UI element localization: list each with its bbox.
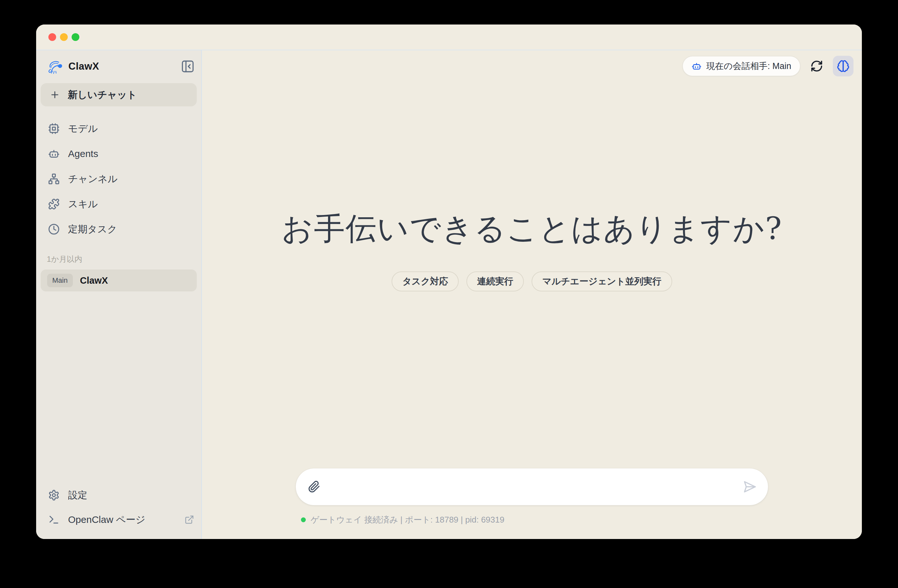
sidebar-item-agents[interactable]: Agents	[36, 141, 201, 166]
panel-left-close-icon[interactable]	[179, 58, 196, 75]
main-toolbar: 現在の会話相手: Main	[202, 50, 862, 77]
sidebar-item-scheduled-tasks[interactable]: 定期タスク	[36, 216, 201, 242]
refresh-button[interactable]	[809, 58, 824, 74]
sidebar-item-label: 定期タスク	[68, 223, 117, 236]
brain-button[interactable]	[833, 56, 853, 77]
new-chat-label: 新しいチャット	[68, 88, 137, 101]
current-conversation-label: 現在の会話相手: Main	[706, 60, 791, 72]
chat-title: ClawX	[80, 275, 108, 286]
sidebar-item-skills[interactable]: スキル	[36, 192, 201, 216]
status-bar: ゲートウェイ 接続済み | ポート: 18789 | pid: 69319	[296, 514, 768, 525]
plus-icon	[50, 90, 60, 100]
sidebar-item-label: スキル	[68, 198, 98, 211]
send-button[interactable]	[742, 479, 757, 494]
titlebar	[36, 25, 862, 50]
chat-badge: Main	[47, 274, 73, 287]
terminal-icon	[48, 514, 60, 525]
greeting-heading: お手伝いできることはありますか?	[281, 208, 783, 250]
suggestion-chips: タスク対応 連続実行 マルチエージェント並列実行	[392, 272, 672, 292]
sidebar-nav: モデル Agents チャンネル	[36, 116, 201, 242]
puzzle-icon	[48, 198, 60, 210]
traffic-lights	[48, 33, 79, 41]
refresh-icon	[810, 60, 823, 72]
zoom-button[interactable]	[72, 33, 79, 41]
attach-button[interactable]	[308, 480, 321, 494]
status-text: ゲートウェイ 接続済み | ポート: 18789 | pid: 69319	[311, 514, 504, 525]
sidebar-footer: 設定 OpenClaw ページ	[36, 483, 201, 539]
app-title: ClawX	[68, 61, 99, 72]
sidebar-item-models[interactable]: モデル	[36, 116, 201, 141]
bot-icon	[48, 148, 60, 160]
sidebar-item-label: Agents	[68, 148, 98, 159]
chat-history-item[interactable]: Main ClawX	[41, 270, 197, 292]
new-chat-button[interactable]: 新しいチャット	[41, 83, 197, 106]
suggestion-chip-multiagent[interactable]: マルチエージェント並列実行	[532, 272, 672, 292]
external-link-icon	[185, 515, 194, 525]
brain-icon	[837, 60, 850, 72]
current-conversation-pill[interactable]: 現在の会話相手: Main	[682, 56, 801, 77]
lobster-logo-icon	[47, 59, 64, 74]
sidebar-item-label: モデル	[68, 122, 98, 135]
history-section-label: 1か月以内	[47, 254, 201, 264]
sidebar-item-label: チャンネル	[68, 172, 118, 186]
sidebar: ClawX 新しいチャット モデル	[36, 50, 202, 539]
send-icon	[743, 480, 757, 494]
paperclip-icon	[308, 481, 320, 493]
gear-icon	[48, 489, 60, 501]
sidebar-header: ClawX	[36, 50, 201, 75]
cpu-icon	[48, 123, 60, 134]
suggestion-chip-task[interactable]: タスク対応	[392, 272, 459, 292]
sidebar-item-channels[interactable]: チャンネル	[36, 166, 201, 192]
network-icon	[48, 173, 60, 185]
connection-status-dot	[301, 517, 306, 522]
sidebar-item-label: OpenClaw ページ	[68, 513, 146, 527]
sidebar-item-label: 設定	[68, 489, 88, 502]
suggestion-chip-continuous[interactable]: 連続実行	[466, 272, 524, 292]
main-area: 現在の会話相手: Main お手伝いできることはありますか?	[202, 50, 862, 539]
sidebar-item-openclaw-page[interactable]: OpenClaw ページ	[36, 507, 201, 532]
message-input[interactable]	[331, 468, 732, 505]
close-button[interactable]	[48, 33, 56, 41]
composer	[296, 468, 768, 505]
bot-icon	[692, 61, 701, 71]
minimize-button[interactable]	[60, 33, 68, 41]
app-window: ClawX 新しいチャット モデル	[36, 25, 862, 539]
clock-icon	[48, 223, 60, 235]
sidebar-item-settings[interactable]: 設定	[36, 483, 201, 507]
